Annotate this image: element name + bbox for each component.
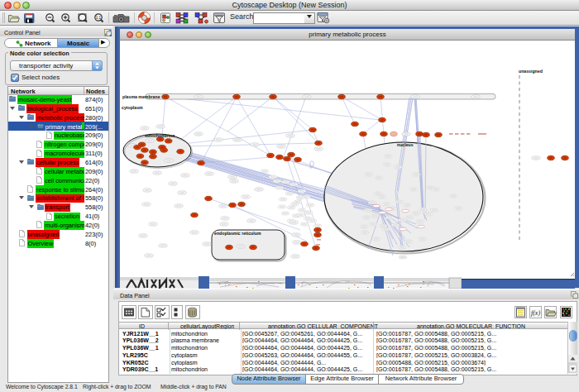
svg-text:endoplasmic reticulum: endoplasmic reticulum <box>214 231 261 236</box>
svg-text:nucleus: nucleus <box>397 142 414 147</box>
svg-text:f(x): f(x) <box>531 309 540 317</box>
svg-text:mitochondrion: mitochondrion <box>145 133 175 138</box>
svg-text:plasma membrane: plasma membrane <box>122 94 160 99</box>
svg-text:cytoplasm: cytoplasm <box>122 105 143 110</box>
svg-text:1:1: 1:1 <box>96 16 102 20</box>
svg-text:unassigned: unassigned <box>519 69 543 74</box>
